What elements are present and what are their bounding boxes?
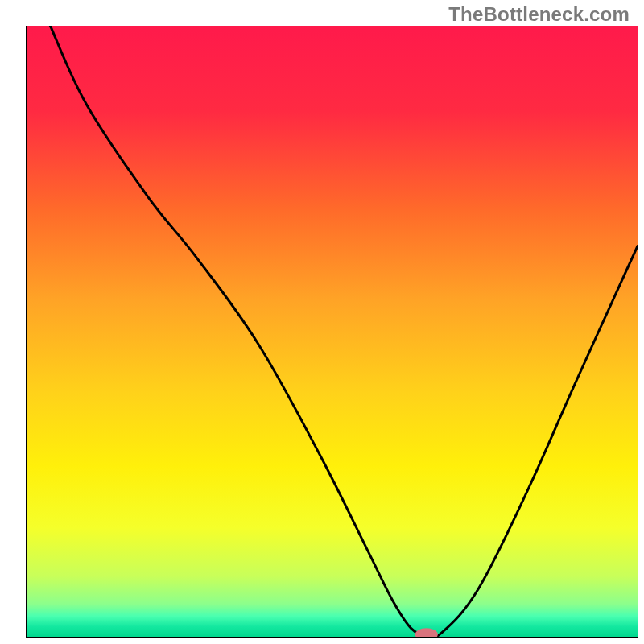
chart-svg (26, 26, 638, 638)
watermark-text: TheBottleneck.com (448, 3, 630, 26)
chart-background (26, 26, 638, 638)
chart-container: TheBottleneck.com (0, 0, 644, 644)
plot-area (26, 26, 638, 638)
